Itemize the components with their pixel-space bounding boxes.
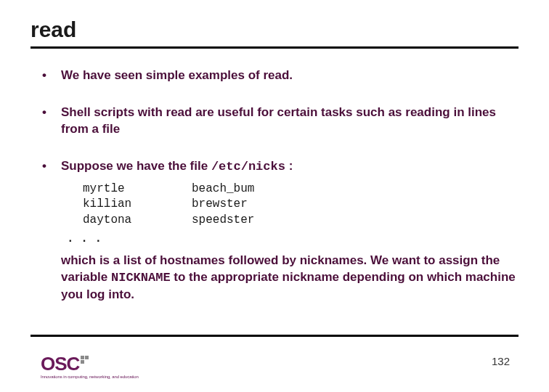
logo-tagline: Innovations in computing, networking, an… [41, 375, 139, 379]
bullet-1: We have seen simple examples of read. [41, 68, 518, 84]
nick-cell: speedster [192, 213, 254, 229]
bullet-3-paragraph: which is a list of hostnames followed by… [61, 253, 518, 303]
logo-text: OSC [41, 354, 79, 373]
page-number: 132 [492, 355, 510, 367]
host-cell: myrtle [83, 181, 192, 197]
nick-cell: brewster [192, 197, 248, 213]
nick-cell: beach_bum [192, 181, 254, 197]
file-row: myrtle beach_bum [83, 181, 518, 197]
file-row: killian brewster [83, 197, 518, 213]
file-path-code: /etc/nicks [211, 160, 285, 173]
file-content-block: myrtle beach_bum killian brewster dayton… [83, 181, 518, 229]
footer-divider [30, 335, 518, 337]
host-cell: daytona [83, 213, 192, 229]
bullet-3: Suppose we have the file /etc/nicks : my… [41, 158, 518, 303]
osc-logo: OSC Innovations in computing, networking… [41, 354, 139, 379]
bullet-3-prefix: Suppose we have the file [61, 159, 211, 173]
file-ellipsis: . . . [61, 232, 518, 248]
logo-dots-icon [81, 356, 89, 364]
bullet-2: Shell scripts with read are useful for c… [41, 105, 518, 138]
host-cell: killian [83, 197, 192, 213]
title-divider [30, 46, 518, 49]
nickname-var-code: NICKNAME [111, 271, 171, 285]
file-row: daytona speedster [83, 213, 518, 229]
bullet-3-suffix: : [285, 159, 293, 173]
slide-title: read [30, 17, 518, 46]
